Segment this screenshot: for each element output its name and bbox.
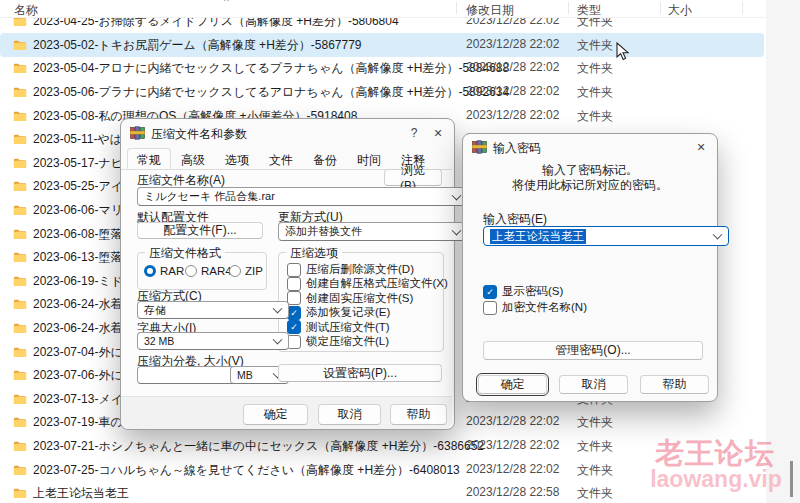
- folder-icon: [13, 62, 27, 77]
- column-header-date[interactable]: 修改日期: [466, 2, 514, 19]
- show-password-checkbox[interactable]: ✓ 显示密码(S): [483, 284, 563, 299]
- folder-icon: [13, 180, 27, 195]
- help-icon[interactable]: ?: [406, 125, 422, 141]
- show-password-label: 显示密码(S): [502, 284, 563, 299]
- update-mode-combobox[interactable]: 添加并替换文件: [278, 222, 468, 241]
- archive-name-combobox[interactable]: ミルクセーキ 作品合集.rar: [137, 187, 468, 206]
- tab-高级[interactable]: 高级: [171, 148, 215, 169]
- file-type: 文件夹: [577, 462, 613, 479]
- folder-icon: [13, 346, 27, 361]
- close-icon[interactable]: ×: [430, 125, 446, 141]
- option-checkbox[interactable]: ✓测试压缩文件(T): [287, 320, 390, 335]
- checkbox-icon[interactable]: ✓: [287, 306, 301, 320]
- file-row[interactable]: 2023-05-06-プラナに内緒でセックスしてるアロナちゃん（高解像度 +H差…: [0, 80, 764, 104]
- radio-icon[interactable]: [185, 265, 197, 277]
- file-type: 文件夹: [577, 108, 613, 125]
- folder-icon: [13, 416, 27, 431]
- column-header-name[interactable]: 名称: [14, 2, 38, 19]
- column-header-size[interactable]: 大小: [668, 2, 692, 19]
- column-separator[interactable]: [456, 2, 457, 14]
- checkbox-icon[interactable]: ✓: [483, 285, 497, 299]
- option-label: 锁定压缩文件(L): [306, 334, 389, 349]
- encrypt-names-checkbox[interactable]: 加密文件名称(N): [483, 300, 587, 315]
- folder-icon: [13, 393, 27, 408]
- sort-ascending-icon: ^: [224, 0, 229, 7]
- column-separator[interactable]: [742, 2, 743, 14]
- file-row[interactable]: 2023-05-04-アロナに内緒でセックスしてるプラナちゃん（高解像度 +H差…: [0, 56, 764, 80]
- file-date: 2023/12/28 22:02: [466, 414, 559, 428]
- file-name: 2023-07-21-ホシノちゃんと一緒に車の中にセックス（高解像度 +H差分）…: [33, 438, 484, 455]
- password-info-text: 输入了密码标记。 将使用此标记所对应的密码。: [463, 163, 717, 193]
- tab-常规[interactable]: 常规: [127, 148, 171, 169]
- file-date: 2023/12/28 22:02: [466, 462, 559, 476]
- checkbox-icon[interactable]: [287, 291, 301, 305]
- chevron-down-icon[interactable]: [273, 304, 283, 314]
- close-icon[interactable]: ×: [693, 139, 709, 155]
- format-radio-zip[interactable]: ZIP: [229, 265, 263, 277]
- archive-dialog-tabs: 常规高级选项文件备份时间注释: [127, 148, 435, 169]
- file-type: 文件夹: [577, 414, 613, 431]
- password-input-combobox[interactable]: 上老王论坛当老王: [483, 226, 729, 246]
- tab-时间[interactable]: 时间: [347, 148, 391, 169]
- format-group: 压缩文件格式 RARRAR4ZIP: [137, 252, 267, 290]
- cancel-button[interactable]: 取消: [559, 375, 628, 394]
- folder-icon: [13, 39, 27, 54]
- mouse-cursor: [616, 42, 629, 64]
- option-checkbox[interactable]: 创建固实压缩文件(S): [287, 291, 413, 306]
- option-checkbox[interactable]: 压缩后删除源文件(D): [287, 262, 414, 277]
- archive-dialog-titlebar[interactable]: 压缩文件名和参数 ? ×: [121, 119, 454, 147]
- cancel-button[interactable]: 取消: [318, 404, 381, 425]
- checkbox-icon[interactable]: [287, 277, 301, 291]
- tab-注释[interactable]: 注释: [391, 148, 435, 169]
- option-checkbox[interactable]: ✓添加恢复记录(E): [287, 305, 390, 320]
- help-button[interactable]: 帮助: [390, 404, 447, 425]
- format-radio-rar4[interactable]: RAR4: [185, 265, 232, 277]
- chevron-down-icon[interactable]: [713, 230, 723, 240]
- file-date: 2023/12/28 22:02: [466, 37, 559, 51]
- tab-备份[interactable]: 备份: [303, 148, 347, 169]
- ok-button[interactable]: 确定: [243, 404, 308, 425]
- column-separator[interactable]: [568, 2, 569, 14]
- chevron-down-icon[interactable]: [452, 225, 462, 235]
- file-row-selected[interactable]: 2023-05-02-トキお尻罰ゲーム（高解像度 +H差分）-586777920…: [0, 33, 764, 57]
- folder-icon: [13, 298, 27, 313]
- checkbox-icon[interactable]: [287, 263, 301, 277]
- option-label: 添加恢复记录(E): [306, 305, 390, 320]
- winrar-icon: [472, 140, 487, 157]
- option-label: 创建自解压格式压缩文件(X): [306, 276, 448, 291]
- organize-passwords-button[interactable]: 管理密码(O)...: [483, 341, 703, 360]
- password-dialog-titlebar[interactable]: 输入密码 ×: [463, 134, 717, 160]
- checkbox-icon[interactable]: [483, 301, 497, 315]
- tab-文件[interactable]: 文件: [259, 148, 303, 169]
- password-dialog-title: 输入密码: [493, 140, 541, 157]
- radio-label: ZIP: [245, 265, 263, 277]
- option-checkbox[interactable]: 创建自解压格式压缩文件(X): [287, 276, 448, 291]
- ok-button[interactable]: 确定: [478, 375, 547, 394]
- tab-选项[interactable]: 选项: [215, 148, 259, 169]
- radio-icon[interactable]: [144, 265, 156, 277]
- option-checkbox[interactable]: 锁定压缩文件(L): [287, 334, 389, 349]
- help-button[interactable]: 帮助: [640, 375, 709, 394]
- archive-dialog: 压缩文件名和参数 ? × 常规高级选项文件备份时间注释 压缩文件名称(A) 浏览…: [120, 118, 455, 430]
- set-password-button[interactable]: 设置密码(P)...: [278, 364, 442, 382]
- method-combobox[interactable]: 存储: [137, 301, 289, 319]
- folder-icon: [13, 487, 27, 502]
- dictionary-combobox[interactable]: 32 MB: [137, 332, 289, 350]
- profile-button[interactable]: 配置文件(F)...: [137, 222, 263, 239]
- chevron-down-icon[interactable]: [273, 335, 283, 345]
- radio-icon[interactable]: [229, 265, 241, 277]
- file-date: 2023/12/28 22:02: [466, 60, 559, 74]
- browse-button[interactable]: 浏览(B)...: [384, 169, 442, 186]
- winrar-icon: [130, 126, 145, 143]
- checkbox-icon[interactable]: ✓: [287, 320, 301, 334]
- file-type: 文件夹: [577, 60, 613, 77]
- column-separator[interactable]: [660, 2, 661, 14]
- vertical-scrollbar-thumb[interactable]: [790, 461, 793, 497]
- radio-label: RAR: [160, 265, 184, 277]
- encrypt-names-label: 加密文件名称(N): [502, 300, 587, 315]
- format-radio-rar[interactable]: RAR: [144, 265, 184, 277]
- screen: 2023-04-25-お掃除するメイドプリス（高解像度 +H差分）-580680…: [0, 0, 800, 503]
- checkbox-icon[interactable]: [287, 335, 301, 349]
- chevron-down-icon[interactable]: [452, 190, 462, 200]
- column-header-type[interactable]: 类型: [577, 2, 601, 19]
